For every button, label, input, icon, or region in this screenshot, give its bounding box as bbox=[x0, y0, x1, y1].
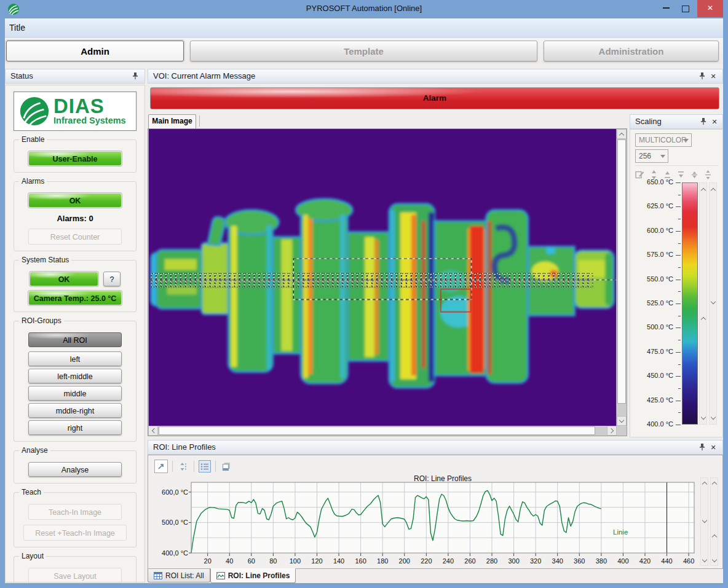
alarms-ok-button[interactable]: OK bbox=[28, 193, 122, 208]
copy-icon[interactable] bbox=[220, 460, 232, 472]
chart-lower-slider[interactable] bbox=[710, 477, 718, 566]
chart-upper-slider[interactable] bbox=[700, 477, 708, 566]
dias-logo-text: DIAS Infrared Systems bbox=[53, 97, 126, 125]
teach-in-image-button[interactable]: Teach-In Image bbox=[28, 504, 122, 520]
slider-up-icon[interactable] bbox=[711, 188, 716, 193]
hscroll-thumb[interactable] bbox=[159, 426, 595, 435]
roi-toolbar bbox=[154, 459, 232, 474]
list-view-icon[interactable] bbox=[199, 460, 211, 472]
menu-title: Title bbox=[9, 23, 25, 33]
slider-up-icon[interactable] bbox=[702, 482, 707, 487]
maximize-button[interactable] bbox=[676, 0, 695, 17]
slider-up-icon[interactable] bbox=[701, 188, 706, 193]
menu-bar[interactable]: Title bbox=[5, 18, 723, 39]
slider-up-icon[interactable] bbox=[712, 482, 717, 487]
scale-tick bbox=[676, 231, 681, 232]
colorbar-lower-slider[interactable] bbox=[709, 182, 717, 425]
svg-text:40: 40 bbox=[226, 557, 233, 565]
tab-main-image[interactable]: Main Image bbox=[148, 114, 196, 128]
vscroll-thumb[interactable] bbox=[617, 139, 626, 404]
scroll-left-icon[interactable] bbox=[148, 426, 158, 436]
minimize-button[interactable] bbox=[657, 0, 675, 17]
analyse-legend: Analyse bbox=[19, 446, 50, 455]
slider-down-icon[interactable] bbox=[702, 518, 707, 523]
voi-pin-icon[interactable] bbox=[698, 72, 706, 80]
roi-pin-icon[interactable] bbox=[698, 443, 706, 452]
save-layout-button[interactable]: Save Layout bbox=[28, 568, 122, 582]
scale-tick-label: 625.0 °C bbox=[630, 202, 673, 210]
scale-tick bbox=[676, 376, 681, 377]
scaling-panel-header: Scaling ✕ bbox=[630, 114, 723, 129]
scaling-panel-title: Scaling bbox=[635, 117, 662, 126]
status-pin-icon[interactable] bbox=[131, 72, 140, 80]
line-profile-chart[interactable]: ROI: Line Profiles 204060801001201401601… bbox=[151, 475, 699, 568]
roi-group-middle-button[interactable]: middle bbox=[28, 386, 122, 401]
slider-down-icon[interactable] bbox=[701, 415, 706, 420]
dias-logo-icon bbox=[19, 96, 50, 127]
maximize-icon bbox=[682, 6, 689, 12]
titlebar: PYROSOFT Automation [Online] ✕ bbox=[0, 0, 728, 18]
scale-tick-label: 450.0 °C bbox=[630, 372, 673, 379]
scaling-close-icon[interactable]: ✕ bbox=[710, 117, 719, 127]
slider-up-icon[interactable] bbox=[701, 317, 706, 322]
scrollbar-corner bbox=[617, 426, 627, 436]
roi-close-icon[interactable]: ✕ bbox=[709, 442, 718, 452]
svg-text:20: 20 bbox=[204, 557, 212, 565]
roi-bottom-tabs: ROI List: All ROI: Line Profiles bbox=[148, 569, 296, 584]
scroll-down-icon[interactable] bbox=[617, 416, 627, 426]
close-button[interactable]: ✕ bbox=[697, 0, 723, 17]
chart-title: ROI: Line Profiles bbox=[414, 475, 472, 483]
window-title: PYROSOFT Automation [Online] bbox=[0, 4, 728, 13]
tab-template[interactable]: Template bbox=[190, 41, 537, 61]
scroll-right-icon[interactable] bbox=[607, 426, 617, 436]
legend-label: Linie bbox=[613, 528, 628, 536]
thermal-image[interactable] bbox=[148, 129, 617, 426]
svg-text:220: 220 bbox=[421, 557, 432, 565]
voi-panel-header: VOI: Current Alarm Message ✕ bbox=[148, 69, 723, 84]
svg-text:420: 420 bbox=[639, 557, 651, 565]
reset-teach-in-image-button[interactable]: Reset +Teach-In Image bbox=[23, 525, 127, 541]
system-ok-button[interactable]: OK bbox=[30, 272, 98, 286]
tab-administration[interactable]: Administration bbox=[544, 41, 719, 61]
user-enable-button[interactable]: User-Enable bbox=[28, 151, 122, 166]
system-help-button[interactable]: ? bbox=[103, 272, 121, 286]
slider-down-icon[interactable] bbox=[712, 557, 717, 562]
image-hscrollbar[interactable] bbox=[148, 426, 617, 436]
alarm-banner[interactable]: Alarm bbox=[150, 87, 719, 109]
svg-text:260: 260 bbox=[464, 557, 475, 565]
svg-text:600,0 °C: 600,0 °C bbox=[162, 488, 188, 496]
svg-text:440: 440 bbox=[661, 557, 672, 565]
colorbar-upper-slider[interactable] bbox=[699, 182, 707, 425]
tab-roi-line-profiles[interactable]: ROI: Line Profiles bbox=[210, 568, 296, 583]
minimize-icon bbox=[663, 7, 670, 9]
camera-temp-button[interactable]: Camera Temp.: 25.0 °C bbox=[28, 291, 122, 305]
main-image-frame bbox=[148, 128, 627, 436]
scaling-pin-icon[interactable] bbox=[699, 117, 708, 126]
roi-group-middle-right-button[interactable]: mddle-right bbox=[28, 403, 122, 418]
slider-down-icon[interactable] bbox=[702, 557, 707, 562]
reset-counter-button[interactable]: Reset Counter bbox=[28, 229, 122, 245]
scale-tick bbox=[676, 304, 681, 304]
scale-minor-tick bbox=[678, 267, 681, 268]
sort-updown-icon[interactable] bbox=[177, 460, 189, 472]
roi-cell-band[interactable] bbox=[151, 273, 593, 288]
status-panel-header: Status bbox=[5, 69, 145, 84]
voi-close-icon[interactable]: ✕ bbox=[709, 71, 718, 81]
slider-down-icon[interactable] bbox=[711, 299, 716, 304]
roi-group-left-button[interactable]: left bbox=[28, 351, 122, 366]
tab-roi-list[interactable]: ROI List: All bbox=[148, 569, 210, 582]
image-vscrollbar[interactable] bbox=[617, 129, 627, 426]
slider-up-icon[interactable] bbox=[712, 535, 717, 539]
roi-group-all-button[interactable]: All ROI bbox=[28, 332, 122, 347]
svg-text:240: 240 bbox=[443, 557, 454, 565]
slider-down-icon[interactable] bbox=[711, 415, 716, 420]
roi-group-right-button[interactable]: right bbox=[28, 420, 122, 435]
analyse-button[interactable]: Analyse bbox=[28, 462, 122, 477]
status-panel: DIAS Infrared Systems Enable User-Enable… bbox=[5, 85, 145, 582]
tab-admin[interactable]: Admin bbox=[6, 41, 184, 61]
temperature-colorbar[interactable] bbox=[682, 182, 698, 425]
roi-group-left-middle-button[interactable]: left-middle bbox=[28, 369, 122, 383]
svg-text:340: 340 bbox=[552, 557, 563, 565]
scroll-up-icon[interactable] bbox=[617, 129, 627, 139]
export-icon[interactable] bbox=[154, 460, 168, 473]
